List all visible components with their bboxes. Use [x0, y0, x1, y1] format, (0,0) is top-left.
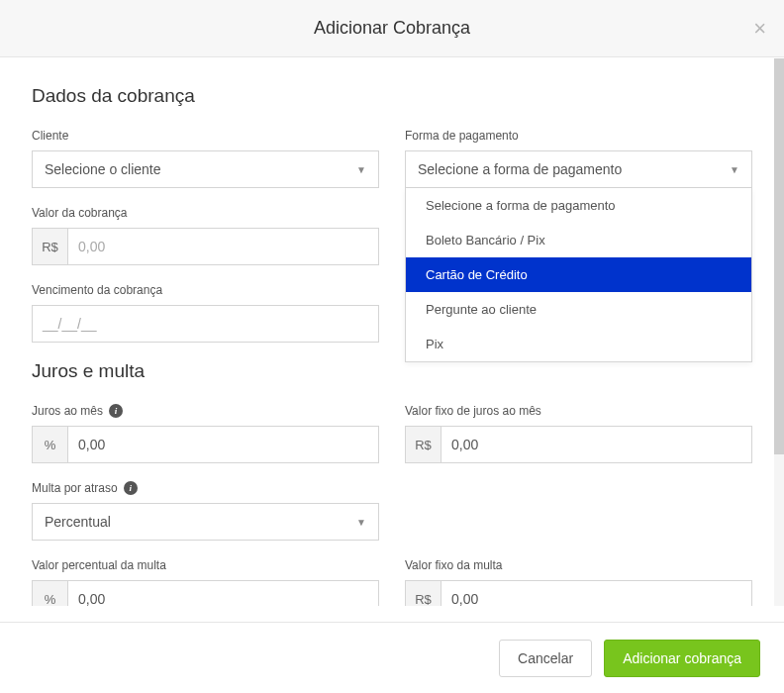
modal-title: Adicionar Cobrança — [314, 18, 470, 39]
form-row: Cliente Selecione o cliente ▼ Forma de p… — [32, 129, 752, 188]
form-row: Multa por atraso i Percentual ▼ — [32, 481, 752, 541]
input-group-juros-fixo: R$ — [405, 426, 752, 463]
select-forma-pagamento[interactable]: Selecione a forma de pagamento ▼ — [405, 150, 752, 188]
modal-header: Adicionar Cobrança × — [0, 0, 784, 57]
currency-prefix: R$ — [406, 581, 441, 606]
field-cliente: Cliente Selecione o cliente ▼ — [32, 129, 379, 188]
input-vencimento-placeholder: __/__/__ — [43, 316, 97, 332]
form-row: Juros ao mês i % Valor fixo de juros ao … — [32, 404, 752, 463]
field-juros-mes: Juros ao mês i % — [32, 404, 379, 463]
info-icon[interactable]: i — [124, 481, 138, 495]
label-juros-mes-text: Juros ao mês — [32, 404, 103, 418]
submit-button[interactable]: Adicionar cobrança — [604, 640, 760, 677]
select-multa-atraso[interactable]: Percentual ▼ — [32, 503, 379, 541]
scrollbar-track[interactable] — [774, 58, 784, 606]
field-multa-atraso: Multa por atraso i Percentual ▼ — [32, 481, 379, 541]
section-title-juros: Juros e multa — [32, 360, 752, 382]
caret-down-icon: ▼ — [356, 164, 366, 175]
percent-prefix: % — [33, 427, 68, 462]
section-title-dados: Dados da cobrança — [32, 85, 752, 107]
dropdown-option[interactable]: Pergunte ao cliente — [406, 292, 751, 327]
dropdown-option[interactable]: Selecione a forma de pagamento — [406, 188, 751, 223]
field-valor-cobranca: Valor da cobrança R$ — [32, 206, 379, 265]
dropdown-option[interactable]: Cartão de Crédito — [406, 257, 751, 292]
field-forma-pagamento: Forma de pagamento Selecione a forma de … — [405, 129, 752, 188]
input-group-multa-percentual: % — [32, 580, 379, 606]
select-cliente-value: Selecione o cliente — [45, 161, 161, 177]
label-juros-mes: Juros ao mês i — [32, 404, 379, 418]
currency-prefix: R$ — [33, 229, 68, 264]
select-multa-atraso-value: Percentual — [45, 514, 111, 530]
percent-prefix: % — [33, 581, 68, 606]
label-vencimento: Vencimento da cobrança — [32, 283, 379, 297]
input-juros-fixo[interactable] — [441, 427, 751, 462]
select-cliente[interactable]: Selecione o cliente ▼ — [32, 150, 379, 188]
modal-footer: Cancelar Adicionar cobrança — [0, 622, 784, 693]
dropdown-option[interactable]: Pix — [406, 327, 751, 361]
label-multa-percentual: Valor percentual da multa — [32, 558, 379, 572]
label-juros-fixo: Valor fixo de juros ao mês — [405, 404, 752, 418]
caret-down-icon: ▼ — [356, 517, 366, 528]
form-row: Valor percentual da multa % Valor fixo d… — [32, 558, 752, 606]
input-multa-fixa[interactable] — [441, 581, 751, 606]
info-icon[interactable]: i — [109, 404, 123, 418]
input-group-valor-cobranca: R$ — [32, 228, 379, 265]
input-juros-mes[interactable] — [68, 427, 378, 462]
label-forma-pagamento: Forma de pagamento — [405, 129, 752, 143]
field-vencimento: Vencimento da cobrança __/__/__ — [32, 283, 379, 343]
dropdown-forma-pagamento: Selecione a forma de pagamento Boleto Ba… — [405, 188, 752, 362]
label-multa-atraso-text: Multa por atraso — [32, 481, 118, 495]
field-multa-fixa: Valor fixo da multa R$ — [405, 558, 752, 606]
label-multa-atraso: Multa por atraso i — [32, 481, 379, 495]
input-group-multa-fixa: R$ — [405, 580, 752, 606]
currency-prefix: R$ — [406, 427, 441, 462]
field-multa-percentual: Valor percentual da multa % — [32, 558, 379, 606]
scrollbar-thumb[interactable] — [774, 58, 784, 454]
input-group-juros-mes: % — [32, 426, 379, 463]
select-forma-pagamento-value: Selecione a forma de pagamento — [418, 161, 622, 177]
label-multa-fixa: Valor fixo da multa — [405, 558, 752, 572]
caret-down-icon: ▼ — [730, 164, 739, 175]
modal-body: Dados da cobrança Cliente Selecione o cl… — [0, 57, 784, 606]
dropdown-option[interactable]: Boleto Bancário / Pix — [406, 223, 751, 257]
input-valor-cobranca[interactable] — [68, 229, 378, 264]
label-valor-cobranca: Valor da cobrança — [32, 206, 379, 220]
input-multa-percentual[interactable] — [68, 581, 378, 606]
field-juros-fixo: Valor fixo de juros ao mês R$ — [405, 404, 752, 463]
label-cliente: Cliente — [32, 129, 379, 143]
cancel-button[interactable]: Cancelar — [499, 640, 592, 677]
input-vencimento[interactable]: __/__/__ — [32, 305, 379, 343]
close-icon[interactable]: × — [753, 18, 766, 40]
